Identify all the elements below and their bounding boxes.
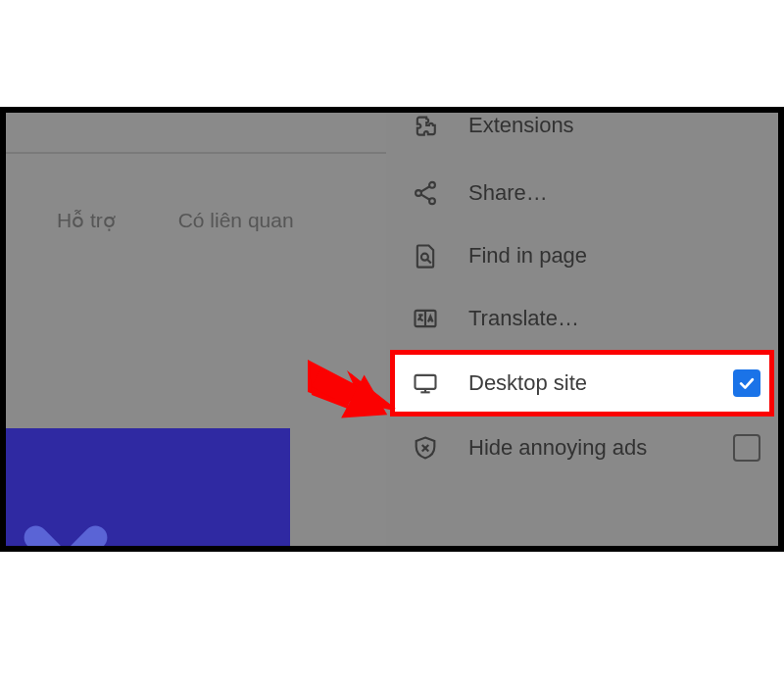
puzzle-icon [412,113,439,140]
menu-label-translate: Translate… [468,306,579,331]
svg-marker-15 [310,364,394,411]
menu-label-hide-ads: Hide annoying ads [468,435,647,461]
svg-rect-9 [416,375,436,389]
menu-label-share: Share… [468,180,548,206]
menu-item-share[interactable]: Share… [386,162,778,224]
hide-ads-checkbox[interactable] [733,434,760,462]
share-icon [412,179,439,207]
screenshot-inner: Hỗ trợ Có liên quan Extensions [6,113,778,546]
annotation-arrow-icon [308,360,396,432]
screenshot-frame: Hỗ trợ Có liên quan Extensions [0,107,784,552]
monitor-icon [412,369,439,397]
menu-item-find-in-page[interactable]: Find in page [386,224,778,287]
translate-icon [412,305,439,332]
svg-marker-16 [308,360,394,428]
background-tabs: Hỗ trợ Có liên quan [57,209,351,232]
annotation-arrow [308,360,396,432]
svg-line-3 [421,186,430,191]
svg-point-2 [429,198,435,204]
svg-point-5 [421,254,428,261]
svg-marker-14 [308,360,396,409]
svg-point-0 [429,182,435,188]
svg-line-4 [421,194,430,199]
browser-overflow-menu: Extensions Share… [386,113,778,546]
background-divider [6,152,388,154]
menu-item-desktop-site[interactable]: Desktop site [390,350,774,416]
highlight-desktop-site: Desktop site [390,350,774,416]
menu-label-find-in-page: Find in page [468,243,587,269]
menu-item-hide-ads[interactable]: Hide annoying ads [386,416,778,479]
background-blue-panel [6,428,290,546]
menu-item-translate[interactable]: Translate… [386,287,778,350]
find-in-page-icon [412,242,439,270]
tab-related[interactable]: Có liên quan [178,209,294,231]
svg-line-6 [427,260,431,264]
menu-item-extensions[interactable]: Extensions [386,113,778,148]
svg-point-1 [416,190,421,196]
menu-label-extensions: Extensions [468,113,574,138]
shield-x-icon [412,434,439,462]
menu-label-desktop-site: Desktop site [468,370,587,396]
tab-support[interactable]: Hỗ trợ [57,209,116,231]
desktop-site-checkbox[interactable] [733,369,760,397]
svg-rect-17 [312,368,358,406]
